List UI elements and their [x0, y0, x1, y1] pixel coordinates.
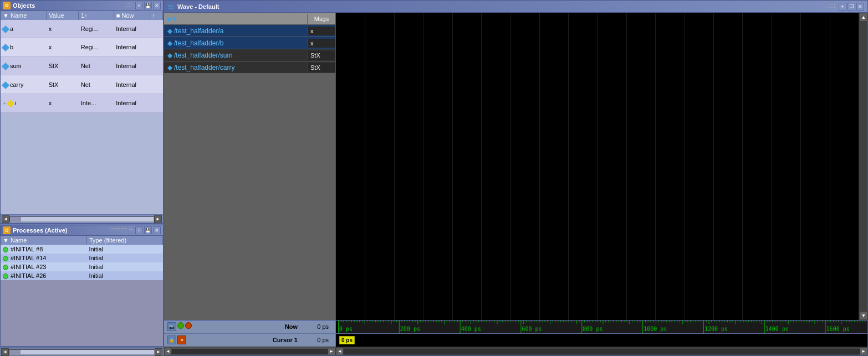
signal-row[interactable]: ◆ /test_halfadder/a x — [164, 25, 335, 37]
status-icon-3[interactable] — [185, 322, 192, 329]
cursor-label: Cursor 1 — [188, 337, 302, 343]
scroll-left-btn[interactable]: ◄ — [2, 215, 9, 223]
cursor-icon-1[interactable]: 🔒 — [167, 336, 176, 344]
proc-name: #INITIAL #14 — [1, 254, 86, 262]
signal-name: ◆ /test_halfadder/a — [164, 26, 308, 36]
wave-restore-btn[interactable]: ❐ — [847, 3, 855, 11]
cursor-timeline: 0 ps — [336, 334, 867, 347]
processes-save-btn[interactable]: 💾 — [144, 226, 152, 234]
cursor-status-row: 🔒 ✕ Cursor 1 0 ps 0 ps — [164, 334, 867, 347]
proc-col-name: ▼ Name — [1, 236, 86, 245]
cursor-value: 0 ps — [304, 337, 332, 343]
table-row[interactable]: #INITIAL #14 Initial — [1, 254, 163, 262]
left-scroll-track[interactable] — [9, 349, 155, 355]
object-type: Net — [79, 75, 114, 94]
processes-close-btn[interactable]: ✕ — [153, 226, 161, 234]
waveform-canvas[interactable] — [336, 13, 859, 320]
object-type: Inte... — [79, 94, 114, 113]
object-scope: Internal — [114, 56, 162, 75]
proc-type: Initial — [86, 262, 162, 271]
vscroll-track[interactable] — [859, 22, 867, 311]
table-row[interactable]: a x Regi... Internal — [1, 20, 163, 38]
msgs-header: Msgs — [308, 14, 335, 23]
grid-vline — [481, 13, 482, 320]
processes-add-btn[interactable]: + — [135, 226, 143, 234]
objects-col-name: ▼ Name — [1, 11, 47, 20]
proc-col-type: Type (filtered) — [86, 236, 162, 245]
wave-title-bar: ≋ Wave - Default ::::: + ❐ ✕ — [164, 1, 867, 13]
left-scroll-left[interactable]: ◄ — [1, 348, 9, 356]
object-scope: Internal — [114, 94, 162, 113]
hscroll-left-right-btn[interactable]: ► — [328, 348, 335, 355]
waveform-container — [336, 13, 859, 320]
hscroll-left-track[interactable] — [172, 349, 328, 354]
vscroll-up-btn[interactable]: ▲ — [859, 13, 868, 22]
table-row[interactable]: sum StX Net Internal — [1, 56, 163, 75]
signal-row[interactable]: ◆ /test_halfadder/carry StX — [164, 61, 335, 74]
signal-row[interactable]: ◆ /test_halfadder/sum StX — [164, 49, 335, 61]
proc-name: #INITIAL #26 — [1, 271, 86, 280]
hscroll-right-track[interactable] — [344, 349, 860, 354]
left-scroll-right[interactable]: ► — [155, 348, 162, 356]
hscroll-right-left-btn[interactable]: ◄ — [336, 348, 344, 355]
object-scope: Internal — [114, 20, 162, 38]
status-icon-1[interactable]: 📷 — [167, 322, 176, 331]
object-value: x — [47, 94, 79, 113]
wave-vscrollbar[interactable]: ▲ ▼ — [859, 13, 867, 320]
cursor-icon-2[interactable]: ✕ — [177, 336, 186, 344]
table-row[interactable]: + i x Inte... Internal — [1, 94, 163, 113]
objects-save-btn[interactable]: 💾 — [144, 2, 152, 9]
wave-add-btn[interactable]: + — [839, 3, 846, 11]
status-icon-2[interactable] — [177, 322, 184, 329]
object-scope: Internal — [114, 75, 162, 94]
grid-vline — [452, 13, 453, 320]
vscroll-down-btn[interactable]: ▼ — [859, 311, 868, 320]
ruler-container — [338, 321, 867, 333]
objects-col-value: Value — [47, 11, 79, 20]
processes-title: Processes (Active) — [13, 227, 109, 234]
object-value: StX — [47, 56, 79, 75]
object-value: StX — [47, 75, 79, 94]
signal-names-panel: ◆▼ Msgs ◆ /test_halfadder/a x ◆ /test_ha… — [164, 13, 336, 320]
left-bottom-scrollbar[interactable]: ◄ ► — [0, 347, 164, 356]
object-type: Regi... — [79, 20, 114, 38]
wave-close-btn[interactable]: ✕ — [856, 3, 864, 11]
signal-header: ◆▼ Msgs — [164, 13, 335, 25]
objects-scrollbar[interactable]: ◄ ► — [1, 214, 163, 223]
proc-name: #INITIAL #23 — [1, 262, 86, 271]
signal-row[interactable]: ◆ /test_halfadder/b x — [164, 37, 335, 49]
hscroll-left-btn[interactable]: ◄ — [164, 348, 172, 355]
table-row[interactable]: #INITIAL #26 Initial — [1, 271, 163, 280]
objects-table: ▼ Name Value 1↑ ■ Now ↑ a x Regi... Inte… — [1, 11, 163, 113]
objects-add-btn[interactable]: + — [135, 2, 143, 9]
cursor-time-box: 0 ps — [339, 336, 355, 344]
signal-value: StX — [308, 63, 335, 72]
cursor-status-left: 🔒 ✕ Cursor 1 0 ps — [164, 334, 336, 347]
grid-vline — [423, 13, 423, 320]
processes-title-bar: ⚙ Processes (Active) ===== ─ + 💾 ✕ — [1, 225, 163, 236]
signal-value: x — [308, 27, 335, 35]
grid-vline — [365, 13, 365, 320]
scroll-right-btn[interactable]: ► — [154, 215, 162, 223]
hscroll-right-section[interactable]: ◄ ► — [336, 347, 867, 355]
grid-vline — [800, 13, 801, 320]
table-row[interactable]: #INITIAL #8 Initial — [1, 245, 163, 254]
objects-close-btn[interactable]: ✕ — [153, 2, 161, 9]
grid-vline — [655, 13, 656, 320]
table-row[interactable]: #INITIAL #23 Initial — [1, 262, 163, 271]
object-name: a — [1, 20, 47, 38]
signal-value: StX — [308, 51, 335, 60]
grid-vline — [598, 13, 598, 320]
now-status-icons: 📷 — [167, 322, 192, 331]
table-row[interactable]: b x Regi... Internal — [1, 38, 163, 57]
hscroll-right-btn[interactable]: ► — [860, 348, 867, 355]
scrollbar-track[interactable] — [9, 216, 154, 222]
object-scope: Internal — [114, 38, 162, 57]
grid-vline — [772, 13, 772, 320]
table-row[interactable]: carry StX Net Internal — [1, 75, 163, 94]
object-name: sum — [1, 56, 47, 75]
grid-vline — [830, 13, 830, 320]
hscroll-left-section[interactable]: ◄ ► — [164, 347, 336, 355]
object-type: Regi... — [79, 38, 114, 57]
grid-vline — [685, 13, 685, 320]
